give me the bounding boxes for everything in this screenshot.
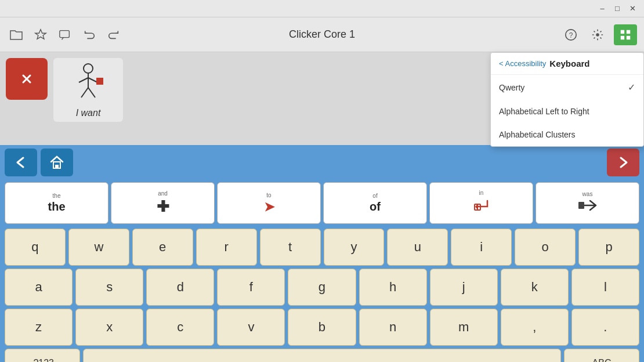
key-y[interactable]: y (324, 229, 385, 266)
key-i[interactable]: i (451, 229, 512, 266)
star-icon[interactable] (31, 26, 50, 44)
svg-rect-6 (621, 35, 624, 39)
key-e[interactable]: e (132, 229, 193, 266)
key-g[interactable]: g (288, 269, 356, 306)
settings-button[interactable] (587, 24, 608, 45)
content-card: I want (53, 58, 123, 122)
key-q[interactable]: q (5, 229, 66, 266)
svg-text:?: ? (569, 31, 573, 39)
forward-button[interactable] (607, 149, 639, 176)
home-button[interactable] (41, 149, 73, 176)
key-w[interactable]: w (68, 229, 129, 266)
key-d[interactable]: d (146, 269, 214, 306)
suggestion-of[interactable]: of of (323, 182, 427, 224)
key-k[interactable]: k (501, 269, 569, 306)
nav-area (0, 145, 644, 180)
dropdown-title: Keyboard (549, 59, 589, 68)
svg-rect-17 (96, 78, 103, 85)
suggestion-the[interactable]: the the (5, 182, 108, 224)
svg-line-16 (88, 88, 95, 97)
key-f[interactable]: f (217, 269, 285, 306)
svg-line-15 (81, 88, 88, 97)
chat-icon[interactable] (56, 26, 74, 44)
svg-rect-5 (627, 30, 630, 33)
redo-icon[interactable] (104, 26, 123, 44)
help-button[interactable]: ? (560, 24, 581, 45)
suggestion-to[interactable]: to ➤ (217, 182, 321, 224)
dropdown-back-button[interactable]: < Accessibility (499, 59, 546, 68)
dropdown-item-alphabetical-ltr[interactable]: Alphabetical Left to Right (491, 100, 643, 123)
key-n[interactable]: n (359, 309, 427, 346)
svg-rect-7 (627, 35, 630, 39)
grid-button[interactable] (614, 24, 637, 45)
stick-figure-icon (71, 61, 106, 106)
svg-line-13 (79, 78, 88, 82)
svg-line-14 (88, 78, 97, 82)
key-a[interactable]: a (5, 269, 73, 306)
suggestion-and[interactable]: and ✚ (111, 182, 215, 224)
delete-button[interactable] (6, 58, 48, 100)
key-123[interactable]: .?123 (5, 349, 80, 362)
keyboard-area: q w e r t y u i o p a s d f g h j k l z … (0, 226, 644, 362)
key-l[interactable]: l (571, 269, 639, 306)
svg-point-11 (84, 64, 93, 73)
keyboard-dropdown: < Accessibility Keyboard Qwerty ✓ Alphab… (490, 52, 644, 147)
key-abc[interactable]: ABC (564, 349, 639, 362)
card-text: I want (76, 108, 101, 118)
keyboard-row-3: z x c v b n m , . (5, 309, 639, 346)
key-comma[interactable]: , (501, 309, 569, 346)
title-bar: – □ ✕ (0, 0, 644, 17)
key-space[interactable] (83, 349, 561, 362)
svg-point-3 (596, 33, 599, 37)
keyboard-row-2: a s d f g h j k l (5, 269, 639, 306)
close-button[interactable]: ✕ (625, 2, 639, 16)
key-t[interactable]: t (260, 229, 321, 266)
maximize-button[interactable]: □ (610, 2, 624, 16)
key-j[interactable]: j (430, 269, 498, 306)
key-c[interactable]: c (146, 309, 214, 346)
folder-icon[interactable] (7, 26, 26, 44)
suggestion-was[interactable]: was (536, 182, 639, 224)
key-v[interactable]: v (217, 309, 285, 346)
key-m[interactable]: m (430, 309, 498, 346)
svg-rect-19 (55, 165, 59, 168)
key-p[interactable]: p (578, 229, 639, 266)
dropdown-item-alphabetical-clusters[interactable]: Alphabetical Clusters (491, 123, 643, 146)
svg-rect-21 (578, 202, 584, 209)
key-h[interactable]: h (359, 269, 427, 306)
minimize-button[interactable]: – (595, 2, 609, 16)
suggestion-in[interactable]: in (429, 182, 533, 224)
keyboard-bottom-row: .?123 ABC (5, 349, 639, 362)
key-x[interactable]: x (75, 309, 143, 346)
svg-rect-0 (60, 30, 70, 37)
key-u[interactable]: u (387, 229, 448, 266)
key-s[interactable]: s (75, 269, 143, 306)
key-o[interactable]: o (515, 229, 576, 266)
dropdown-item-qwerty[interactable]: Qwerty ✓ (491, 75, 643, 100)
key-z[interactable]: z (5, 309, 73, 346)
undo-icon[interactable] (80, 26, 99, 44)
toolbar: Clicker Core 1 ? (0, 17, 644, 52)
qwerty-check-icon: ✓ (628, 82, 635, 93)
key-period[interactable]: . (571, 309, 639, 346)
back-button[interactable] (5, 149, 37, 176)
suggestion-bar: the the and ✚ to ➤ of of in was (0, 180, 644, 226)
keyboard-row-1: q w e r t y u i o p (5, 229, 639, 266)
key-r[interactable]: r (196, 229, 257, 266)
app-title: Clicker Core 1 (289, 28, 355, 41)
key-b[interactable]: b (288, 309, 356, 346)
svg-rect-4 (621, 30, 624, 33)
dropdown-header: < Accessibility Keyboard (491, 53, 643, 75)
